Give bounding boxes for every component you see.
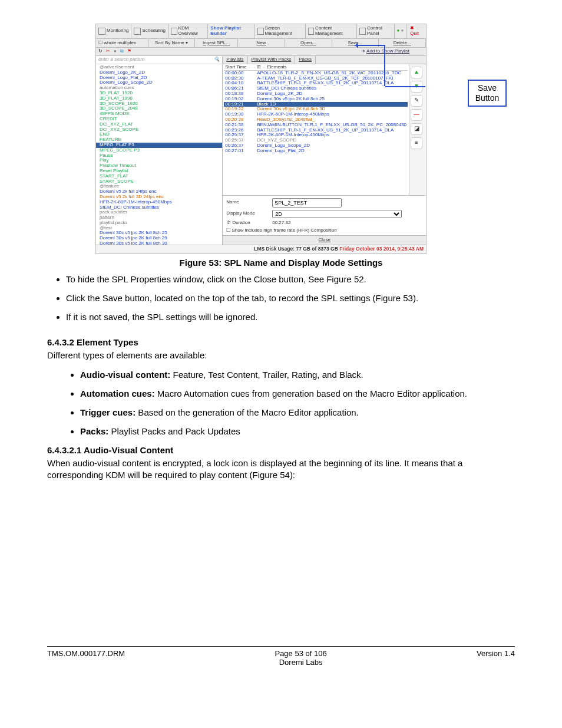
instruction-list: To hide the SPL Properties window, click… bbox=[66, 274, 515, 324]
flag-icon[interactable]: ⚑ bbox=[127, 49, 131, 54]
instruction-item: Click the Save button, located on the to… bbox=[66, 292, 515, 304]
name-label: Name bbox=[226, 200, 267, 205]
element-types-list: Audio-visual content: Feature, Test Cont… bbox=[80, 369, 515, 438]
playlist-element-row[interactable]: 00:19:38HFR-2K-60P-1M-Interop-450Mbps bbox=[224, 112, 408, 117]
library-item[interactable]: DCI_XYZ_SCOPE bbox=[96, 127, 222, 133]
playlist-element-row[interactable]: 00:25:37HFR-2K-60P-1M-Interop-450Mbps bbox=[224, 133, 408, 138]
tab-screen-management[interactable]: Screen Management bbox=[255, 24, 306, 38]
footer-org: Doremi Labs bbox=[279, 658, 323, 667]
library-item[interactable]: playlist packs bbox=[96, 220, 222, 226]
playlist-element-row[interactable]: 00:27:01Doremi_Logo_Flat_2D bbox=[224, 149, 408, 154]
library-item[interactable]: MPEG_SCOPE P3 bbox=[96, 148, 222, 153]
app-top-nav: Monitoring Scheduling KDM Overview Show … bbox=[96, 24, 426, 39]
duration-value: 00:27:32 bbox=[272, 220, 422, 226]
search-input[interactable]: enter a search pattern 🔍 bbox=[96, 56, 222, 64]
open-button[interactable]: Open... bbox=[285, 39, 332, 48]
playlist-element-row[interactable]: 00:25:37DCI_XYZ_SCOPE bbox=[224, 138, 408, 143]
figure-caption: Figure 53: SPL Name and Display Mode Set… bbox=[47, 258, 515, 268]
element-type-item: Packs: Playlist Packs and Pack Updates bbox=[80, 426, 515, 437]
section-heading-av-content: 6.4.3.2.1 Audio-Visual Content bbox=[47, 445, 515, 455]
stop-icon[interactable]: ● bbox=[114, 49, 117, 54]
subtab-packs[interactable]: Packs bbox=[295, 56, 316, 64]
list-icon[interactable]: ≡ bbox=[411, 137, 422, 149]
section-body: When audio-visual content is encrypted, … bbox=[47, 457, 515, 482]
spl-name-input[interactable] bbox=[272, 198, 342, 207]
tab-monitoring[interactable]: Monitoring bbox=[96, 24, 131, 38]
instruction-item: If it is not saved, the SPL settings wil… bbox=[66, 311, 515, 323]
remove-icon[interactable]: — bbox=[411, 109, 422, 121]
section-heading-element-types: 6.4.3.2 Element Types bbox=[47, 337, 515, 347]
clip-icon[interactable]: ◪ bbox=[411, 123, 422, 135]
subtab-playlist-with-packs[interactable]: Playlist With Packs bbox=[248, 56, 296, 64]
elements-header-icon: ⊞ bbox=[257, 65, 261, 70]
playlist-element-row[interactable]: 00:06:21StEM_DCI Chinese subtitles bbox=[224, 86, 408, 91]
library-item[interactable]: Pause bbox=[96, 153, 222, 159]
save-button-callout: Save Button bbox=[468, 80, 507, 107]
sort-by-dropdown[interactable]: Sort By Name ▾ bbox=[148, 39, 195, 48]
duration-label: ⏱ Duration bbox=[226, 220, 267, 226]
whole-multiplex-checkbox[interactable]: ☐ whole multiplex bbox=[96, 39, 148, 48]
quit-button[interactable]: ✖ Quit bbox=[406, 24, 426, 38]
instruction-item: To hide the SPL Properties window, click… bbox=[66, 274, 515, 285]
library-item[interactable]: pack updates bbox=[96, 210, 222, 215]
tool-icon[interactable]: ✂ bbox=[106, 49, 110, 54]
subtab-playlists[interactable]: Playlists bbox=[223, 56, 247, 64]
status-bar: LMS Disk Usage: 77 GB of 8373 GB Friday … bbox=[96, 245, 426, 253]
ingest-spl-button[interactable]: Ingest SPL... bbox=[195, 39, 238, 48]
tab-show-playlist-builder[interactable]: Show Playlist Builder bbox=[208, 24, 255, 38]
element-type-item: Trigger cues: Based on the generation of… bbox=[80, 407, 515, 419]
element-type-item: Automation cues: Macro Automation cues f… bbox=[80, 388, 515, 400]
element-type-item: Audio-visual content: Feature, Test Cont… bbox=[80, 369, 515, 381]
tab-content-management[interactable]: Content Management bbox=[306, 24, 358, 38]
display-mode-label: Display Mode bbox=[226, 211, 267, 216]
footer-left: TMS.OM.000177.DRM bbox=[47, 649, 125, 667]
tab-scheduling[interactable]: Scheduling bbox=[131, 24, 168, 38]
tab-control-panel[interactable]: Control Panel bbox=[357, 24, 394, 38]
section-intro: Different types of elements are availabl… bbox=[47, 350, 515, 361]
refresh-icon[interactable]: ↻ bbox=[98, 49, 103, 54]
copy-icon[interactable]: ⧉ bbox=[120, 49, 124, 54]
library-item[interactable]: Doremi 30s v5 jpc 2K full 8ch 30 bbox=[96, 241, 222, 245]
spl-properties-panel: Name Display Mode 2D ⏱ Duration 00:27:32… bbox=[223, 195, 426, 236]
callout-connector bbox=[349, 45, 425, 86]
figure-53-screenshot: Monitoring Scheduling KDM Overview Show … bbox=[95, 24, 467, 254]
status-icons: ● ● bbox=[395, 24, 407, 38]
footer-page: Page 53 of 106 bbox=[275, 649, 326, 658]
footer-right: Version 1.4 bbox=[477, 649, 515, 667]
search-icon[interactable]: 🔍 bbox=[214, 57, 220, 62]
display-mode-select[interactable]: 2D bbox=[272, 210, 402, 218]
content-library-list[interactable]: @advertisementDoremi_Logo_2K_2DDoremi_Lo… bbox=[96, 64, 222, 245]
tab-kdm-overview[interactable]: KDM Overview bbox=[168, 24, 208, 38]
edit-icon[interactable]: ✎ bbox=[411, 95, 422, 107]
new-button[interactable]: New bbox=[238, 39, 285, 48]
close-button[interactable]: Close bbox=[223, 235, 426, 245]
page-footer: TMS.OM.000177.DRM Page 53 of 106 Doremi … bbox=[47, 646, 515, 667]
playlist-element-row[interactable]: 00:19:02Doremi 30s v5 jpc 2K full 8ch 25 bbox=[224, 97, 408, 102]
playlist-element-row[interactable]: 00:26:37Doremi_Logo_Scope_2D bbox=[224, 143, 408, 149]
hfr-checkbox[interactable]: ☐ Show includes high frame rate (HFR) Co… bbox=[226, 228, 422, 233]
